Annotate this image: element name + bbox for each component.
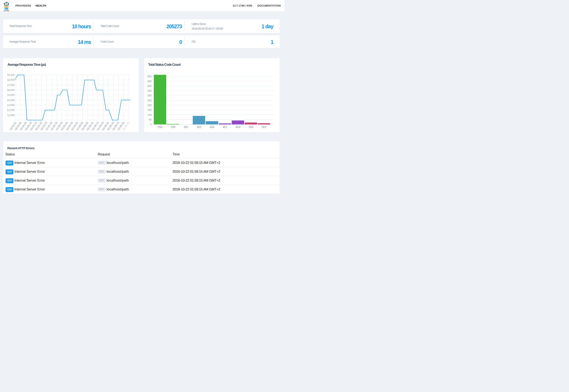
svg-text:401: 401: [222, 125, 227, 128]
svg-text:14,000: 14,000: [7, 98, 15, 101]
svg-text:12,000: 12,000: [7, 109, 15, 112]
svg-text:200: 200: [157, 125, 162, 128]
svg-text:0: 0: [150, 123, 152, 126]
svg-text:450: 450: [147, 80, 152, 83]
svg-text:300: 300: [147, 94, 152, 97]
svg-text:18,000: 18,000: [7, 79, 15, 81]
svg-text:500: 500: [147, 75, 152, 78]
svg-text:250: 250: [147, 99, 152, 102]
svg-text:11,000: 11,000: [7, 113, 15, 116]
svg-text:17,000: 17,000: [7, 84, 15, 86]
svg-text:150: 150: [147, 108, 152, 112]
svg-text:13,000: 13,000: [7, 104, 15, 107]
svg-text:302: 302: [197, 125, 201, 128]
svg-text:301: 301: [184, 125, 188, 128]
svg-text:503: 503: [261, 125, 266, 128]
svg-text:350: 350: [147, 89, 152, 92]
svg-text:19,000: 19,000: [7, 73, 15, 76]
svg-text:400: 400: [147, 84, 152, 87]
svg-text:200: 200: [147, 104, 152, 107]
svg-text:304: 304: [210, 125, 214, 128]
svg-text:15,000: 15,000: [7, 94, 15, 97]
svg-text:16,000: 16,000: [7, 89, 15, 92]
svg-text:50: 50: [149, 118, 152, 121]
svg-text:100: 100: [147, 113, 152, 116]
svg-text:206: 206: [171, 125, 175, 128]
svg-text:404: 404: [235, 125, 240, 128]
svg-text:500: 500: [248, 125, 253, 128]
